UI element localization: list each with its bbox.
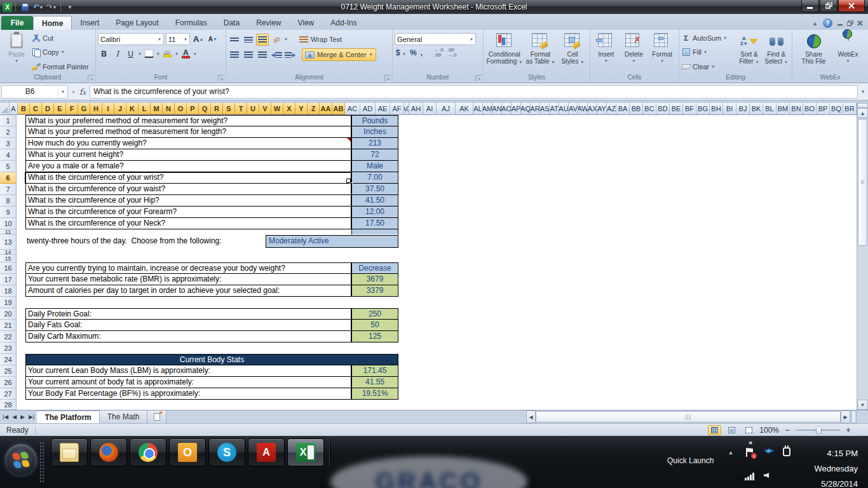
delete-cells-button[interactable]: ✗ Delete▼: [620, 31, 647, 73]
comma-style-button[interactable]: ,: [421, 48, 423, 57]
column-header-BR[interactable]: BR: [843, 103, 857, 114]
column-header-AF[interactable]: AF: [390, 103, 404, 114]
column-header-BH[interactable]: BH: [710, 103, 723, 114]
column-header-BL[interactable]: BL: [763, 103, 776, 114]
tab-page-layout[interactable]: Page Layout: [107, 16, 166, 30]
row-header-25[interactable]: 25: [0, 365, 17, 377]
answer-cell-5[interactable]: Male: [351, 161, 398, 172]
horizontal-scroll-thumb[interactable]: |||: [536, 411, 841, 423]
question-cell-26[interactable]: Your current amount of body fat is appro…: [25, 377, 351, 388]
page-layout-view-button[interactable]: [725, 425, 738, 435]
taskbar-button-outlook[interactable]: O: [169, 438, 206, 466]
increase-decimal-button[interactable]: ←.0.00: [434, 48, 444, 58]
column-header-AO[interactable]: AO: [502, 103, 512, 114]
sheet-tab-the-math[interactable]: The Math: [100, 410, 148, 423]
row-header-14[interactable]: 14: [0, 250, 17, 255]
align-right-button[interactable]: [256, 49, 269, 61]
question-cell-27[interactable]: Your Body Fat Percentage (BF%) is approx…: [25, 388, 351, 400]
column-header-U[interactable]: U: [247, 103, 259, 114]
font-dialog-launcher[interactable]: ↘: [218, 75, 224, 81]
excel-app-icon[interactable]: X: [3, 3, 12, 12]
first-sheet-icon[interactable]: |◀: [3, 414, 8, 420]
column-header-AC[interactable]: AC: [345, 103, 360, 114]
row-header-5[interactable]: 5: [0, 161, 17, 172]
column-header-AS[interactable]: AS: [540, 103, 550, 114]
column-header-Z[interactable]: Z: [308, 103, 320, 114]
scroll-left-icon[interactable]: ◀: [526, 410, 536, 423]
column-header-AW[interactable]: AW: [578, 103, 588, 114]
column-header-J[interactable]: J: [114, 103, 126, 114]
expand-formula-bar-icon[interactable]: ▼: [858, 89, 868, 95]
row-header-19[interactable]: 19: [0, 297, 17, 308]
column-header-S[interactable]: S: [223, 103, 235, 114]
font-size-select[interactable]: 11▼: [166, 33, 190, 45]
row-header-7[interactable]: 7: [0, 184, 17, 195]
action-center-flag-icon[interactable]: x: [745, 447, 755, 458]
column-header-B[interactable]: B: [18, 103, 30, 114]
row-header-2[interactable]: 2: [0, 126, 17, 138]
taskbar-clock[interactable]: 4:15 PM Wednesday 5/28/2014: [815, 446, 858, 488]
page-break-view-button[interactable]: [742, 425, 756, 435]
increase-indent-button[interactable]: ▶: [284, 49, 297, 61]
formula-input[interactable]: What is the circumference of your wrist?: [90, 85, 858, 98]
activity-answer-cell[interactable]: Moderately Active: [266, 235, 398, 248]
column-header-BB[interactable]: BB: [630, 103, 643, 114]
column-header-BF[interactable]: BF: [683, 103, 696, 114]
column-header-AJ[interactable]: AJ: [437, 103, 456, 114]
row-header-21[interactable]: 21: [0, 320, 17, 331]
horizontal-split-handle[interactable]: [851, 410, 857, 423]
worksheet-grid[interactable]: 1What is your preferred method of measur…: [0, 115, 857, 410]
column-header-X[interactable]: X: [283, 103, 295, 114]
question-cell-21[interactable]: Daily Fats Goal:: [25, 320, 351, 331]
customize-toolbar-button[interactable]: ▼: [64, 2, 76, 12]
name-box-dropdown-icon[interactable]: ▼: [58, 90, 67, 94]
question-cell-20[interactable]: Daily Protein Goal:: [25, 308, 351, 320]
decrease-decimal-button[interactable]: .00→.0: [447, 48, 457, 58]
column-header-AI[interactable]: AI: [423, 103, 437, 114]
vertical-scroll-thumb[interactable]: [858, 119, 867, 246]
scroll-up-icon[interactable]: ▲: [857, 108, 868, 118]
answer-cell-27[interactable]: 19.51%: [351, 388, 398, 400]
align-left-button[interactable]: [228, 49, 241, 61]
insert-function-icon[interactable]: fx: [79, 87, 86, 97]
tab-home[interactable]: Home: [33, 16, 72, 30]
column-header-AT[interactable]: AT: [550, 103, 559, 114]
column-header-BI[interactable]: BI: [723, 103, 736, 114]
question-cell-5[interactable]: Are you a male or a female?: [25, 161, 351, 172]
answer-cell-26[interactable]: 41.55: [351, 377, 398, 388]
webex-button[interactable]: WebEx▼: [834, 31, 863, 73]
column-header-BJ[interactable]: BJ: [736, 103, 750, 114]
sheet-tab-the-platform[interactable]: The Platform: [37, 410, 99, 423]
align-top-button[interactable]: [228, 34, 241, 46]
cut-button[interactable]: Cut: [31, 32, 89, 43]
quick-launch-chevron[interactable]: »: [749, 438, 752, 446]
column-header-BM[interactable]: BM: [776, 103, 790, 114]
answer-cell-6[interactable]: 7.00: [351, 172, 398, 184]
undo-button[interactable]: ↷▼: [32, 2, 44, 12]
bold-button[interactable]: B: [98, 48, 110, 60]
column-header-M[interactable]: M: [151, 103, 163, 114]
paste-button[interactable]: Paste▼: [2, 31, 31, 73]
redo-button[interactable]: ↷▼: [46, 2, 57, 12]
row-header-20[interactable]: 20: [0, 308, 17, 320]
restore-button[interactable]: [820, 0, 837, 12]
column-header-G[interactable]: G: [78, 103, 90, 114]
column-header-O[interactable]: O: [175, 103, 187, 114]
insert-cells-button[interactable]: Insert▼: [593, 31, 620, 73]
row-header-23[interactable]: 23: [0, 342, 17, 354]
clear-button[interactable]: Clear▼: [681, 61, 736, 72]
answer-cell-17[interactable]: 3679: [351, 274, 398, 285]
column-header-BA[interactable]: BA: [616, 103, 630, 114]
tab-file[interactable]: File: [1, 16, 33, 30]
column-header-AR[interactable]: AR: [531, 103, 540, 114]
row-header-11[interactable]: 11: [0, 229, 17, 234]
sort-filter-button[interactable]: AZ▼ Sort &Filter ▼: [736, 31, 763, 73]
wrap-text-button[interactable]: Wrap Text: [297, 33, 344, 46]
column-header-L[interactable]: L: [139, 103, 151, 114]
column-header-T[interactable]: T: [235, 103, 247, 114]
tab-review[interactable]: Review: [248, 16, 289, 30]
row-header-24[interactable]: 24: [0, 354, 17, 365]
column-header-A[interactable]: A: [10, 103, 18, 114]
question-cell-25[interactable]: Your current Lean Body Mass (LBM) is app…: [25, 365, 351, 377]
close-button[interactable]: [838, 0, 865, 12]
